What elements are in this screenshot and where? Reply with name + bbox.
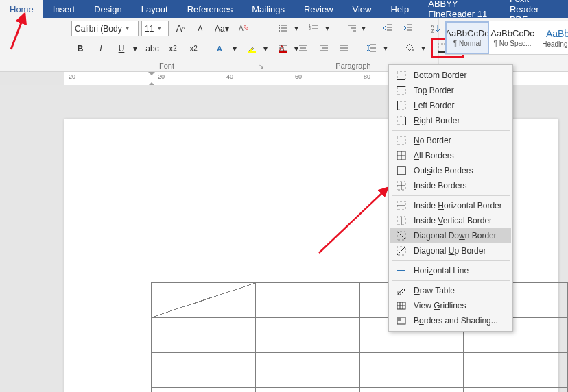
menu-item-none[interactable]: No Border xyxy=(390,133,511,148)
table-cell[interactable] xyxy=(152,353,256,388)
multilevel-dropdown[interactable]: ▾ xyxy=(359,21,369,36)
underline-button[interactable]: U xyxy=(113,41,130,56)
tab-layout[interactable]: Layout xyxy=(132,0,178,18)
menu-item-left[interactable]: Left Border xyxy=(390,98,511,113)
menu-item-right[interactable]: Right Border xyxy=(390,113,511,128)
align-right-button[interactable] xyxy=(315,40,333,56)
justify-button[interactable] xyxy=(335,40,353,56)
tab-mailings[interactable]: Mailings xyxy=(242,0,294,18)
shading-dropdown[interactable]: ▾ xyxy=(418,40,429,56)
bold-button[interactable]: B xyxy=(71,41,89,56)
font-size-combo[interactable]: 11▼ xyxy=(141,21,169,36)
style-normal[interactable]: AaBbCcDc¶ Normal xyxy=(447,23,488,53)
table-cell[interactable] xyxy=(255,388,359,393)
menu-item-ivert[interactable]: Inside Vertical Border xyxy=(390,213,511,228)
table-cell-diagonal[interactable] xyxy=(152,283,256,318)
line-spacing-dropdown[interactable]: ▾ xyxy=(381,40,391,56)
decrease-font-button[interactable]: Aˇ xyxy=(192,21,210,36)
menu-item-diagdown[interactable]: Diagonal Down Border xyxy=(390,228,511,243)
align-left-icon xyxy=(278,43,287,53)
menu-item-shading[interactable]: Borders and Shading... xyxy=(390,313,511,328)
table-cell[interactable] xyxy=(464,353,568,388)
style-no-spacing[interactable]: AaBbCcDc¶ No Spac... xyxy=(492,23,533,53)
strikethrough-button[interactable]: abc xyxy=(143,41,161,56)
underline-label: U xyxy=(119,44,125,53)
table-row[interactable] xyxy=(152,353,568,388)
tab-foxit-reader-pdf[interactable]: Foxit Reader PDF xyxy=(500,0,568,18)
style-preview: AaBbCcDc xyxy=(445,28,489,38)
text-effects-icon xyxy=(216,44,226,53)
align-left-button[interactable] xyxy=(274,40,292,56)
line-spacing-icon xyxy=(367,43,377,53)
subscript-button[interactable]: x2 xyxy=(164,41,182,56)
menu-item-diagup[interactable]: Diagonal Up Border xyxy=(390,243,511,258)
menu-item-grid[interactable]: View Gridlines xyxy=(390,298,511,313)
clear-format-icon xyxy=(238,24,248,34)
multilevel-icon xyxy=(347,23,357,33)
tab-help[interactable]: Help xyxy=(381,0,418,18)
increase-font-button[interactable]: A^ xyxy=(171,21,189,36)
menu-item-inside[interactable]: Inside Borders xyxy=(390,178,511,193)
tab-view[interactable]: View xyxy=(343,0,381,18)
tab-abbyy-finereader-11[interactable]: ABBYY FineReader 11 xyxy=(418,0,500,18)
font-dialog-launcher-icon[interactable]: ↘ xyxy=(258,63,265,70)
menu-item-bottom[interactable]: Bottom Border xyxy=(390,68,511,83)
shading-button[interactable] xyxy=(401,40,418,56)
menu-item-all[interactable]: All Borders xyxy=(390,148,511,163)
ruler-number: 40 xyxy=(226,73,233,80)
tab-references[interactable]: References xyxy=(178,0,242,18)
table-cell[interactable] xyxy=(359,388,464,393)
line-spacing-button[interactable] xyxy=(363,40,381,56)
style-label: ¶ Normal xyxy=(453,40,481,47)
table-cell[interactable] xyxy=(255,283,359,318)
menu-item-hline[interactable]: Horizontal Line xyxy=(390,263,511,278)
table-row[interactable] xyxy=(152,388,568,393)
decrease-indent-button[interactable] xyxy=(379,21,397,36)
tab-review[interactable]: Review xyxy=(294,0,343,18)
numbering-button[interactable] xyxy=(305,21,322,36)
table-cell[interactable] xyxy=(152,318,256,353)
tab-home[interactable]: Home xyxy=(0,0,43,18)
menu-item-draw[interactable]: Draw Table xyxy=(390,283,511,298)
inside-border-icon xyxy=(396,180,407,191)
menu-item-label: Bottom Border xyxy=(414,71,466,80)
table-cell[interactable] xyxy=(464,388,568,393)
table-cell[interactable] xyxy=(255,318,359,353)
menu-separator xyxy=(392,195,510,196)
change-case-button[interactable]: Aa▾ xyxy=(213,21,231,36)
styles-gallery[interactable]: AaBbCcDc¶ Normal AaBbCcDc¶ No Spac... Aa… xyxy=(445,21,568,55)
italic-button[interactable]: I xyxy=(92,41,110,56)
multilevel-button[interactable] xyxy=(335,21,359,36)
menu-item-label: Diagonal Down Border xyxy=(414,231,497,241)
underline-dropdown[interactable]: ▾ xyxy=(130,41,141,56)
menu-separator xyxy=(392,280,510,281)
bullets-dropdown[interactable]: ▾ xyxy=(292,21,302,36)
bullets-button[interactable] xyxy=(274,21,292,36)
menu-item-ihoriz[interactable]: Inside Horizontal Border xyxy=(390,198,511,213)
highlight-button[interactable] xyxy=(243,41,261,56)
table-cell[interactable] xyxy=(255,353,359,388)
tab-design[interactable]: Design xyxy=(84,0,131,18)
clear-formatting-button[interactable] xyxy=(234,21,252,36)
menu-item-outside[interactable]: Outside Borders xyxy=(390,163,511,178)
tab-insert[interactable]: Insert xyxy=(43,0,85,18)
ribbon-tabs: HomeInsertDesignLayoutReferencesMailings… xyxy=(0,0,568,18)
indent-marker-icon[interactable] xyxy=(148,72,155,86)
increase-indent-button[interactable] xyxy=(399,21,417,36)
table-cell[interactable] xyxy=(359,353,464,388)
align-center-button[interactable] xyxy=(294,40,312,56)
menu-item-label: Inside Horizontal Border xyxy=(414,201,502,210)
font-family-value: Calibri (Body xyxy=(75,24,122,34)
text-effects-button[interactable] xyxy=(212,41,230,56)
superscript-button[interactable]: x2 xyxy=(185,41,202,56)
text-effects-dropdown[interactable]: ▾ xyxy=(230,41,240,56)
outdent-icon xyxy=(383,23,392,33)
change-case-label: Aa xyxy=(215,24,225,34)
style-heading1[interactable]: AaBbHeading 1 xyxy=(537,23,568,53)
menu-item-label: Outside Borders xyxy=(414,166,473,175)
font-family-combo[interactable]: Calibri (Body▼ xyxy=(71,21,139,36)
table-cell[interactable] xyxy=(152,388,256,393)
menu-item-label: Top Border xyxy=(414,86,454,95)
menu-item-top[interactable]: Top Border xyxy=(390,83,511,98)
numbering-dropdown[interactable]: ▾ xyxy=(322,21,333,36)
